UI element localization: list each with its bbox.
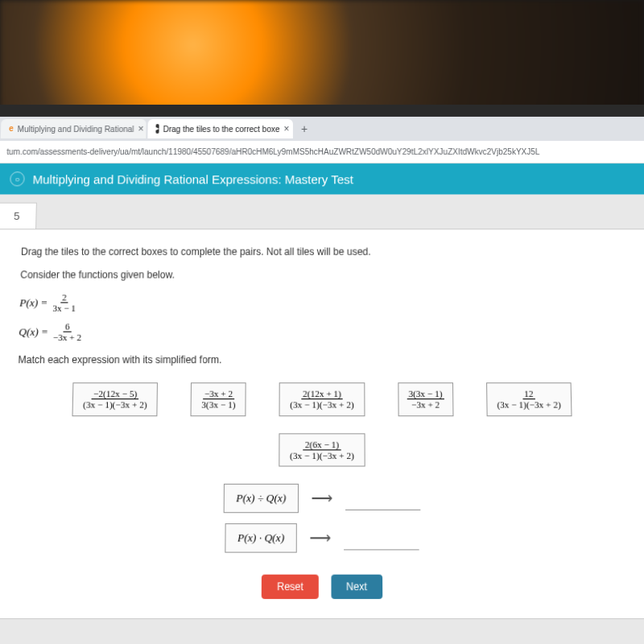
close-icon[interactable]: × (138, 123, 143, 134)
url-text: tum.com/assessments-delivery/ua/mt/launc… (6, 147, 539, 156)
answer-tile[interactable]: −2(12x − 5)(3x − 1)(−3x + 2) (72, 383, 159, 416)
answer-tile[interactable]: 2(6x − 1)(3x − 1)(−3x + 2) (279, 433, 365, 467)
edmentum-icon: e (9, 124, 14, 134)
page-header: ○ Multiplying and Dividing Rational Expr… (0, 163, 644, 194)
q-label: Q(x) = (19, 325, 48, 339)
screen-viewport: e Multiplying and Dividing Rational × ▸ … (0, 105, 644, 644)
q-fraction: 6 −3x + 2 (52, 321, 84, 342)
question-body: Drag the tiles to the correct boxes to c… (0, 229, 644, 619)
answer-tile[interactable]: 3(3x − 1)−3x + 2 (398, 383, 453, 416)
address-bar[interactable]: tum.com/assessments-delivery/ua/mt/launc… (0, 141, 644, 163)
match-area: P(x) ÷ Q(x) ⟶ P(x) · Q(x) ⟶ (13, 484, 631, 553)
arrow-icon: ⟶ (311, 489, 332, 508)
match-row: P(x) ÷ Q(x) ⟶ (224, 484, 421, 513)
drop-zone[interactable] (345, 486, 420, 510)
drop-zone[interactable] (344, 526, 419, 550)
question-number-tab: 5 (0, 203, 37, 229)
answer-tile[interactable]: 12(3x − 1)(−3x + 2) (486, 383, 572, 416)
app-icon: ▸ (155, 124, 159, 134)
nav-circle-icon[interactable]: ○ (10, 171, 25, 186)
function-q: Q(x) = 6 −3x + 2 (19, 321, 625, 342)
function-p: P(x) = 2 3x − 1 (19, 292, 625, 313)
background-blur (0, 0, 644, 113)
expression-box: P(x) · Q(x) (225, 523, 297, 553)
expression-box: P(x) ÷ Q(x) (224, 484, 299, 513)
instruction-text: Drag the tiles to the correct boxes to c… (21, 246, 623, 258)
browser-tab-strip: e Multiplying and Dividing Rational × ▸ … (0, 117, 644, 141)
next-button[interactable]: Next (331, 574, 382, 598)
tab-title: Drag the tiles to the correct boxe (163, 124, 279, 133)
tab-inactive[interactable]: e Multiplying and Dividing Rational × (1, 119, 147, 138)
reset-button[interactable]: Reset (262, 574, 318, 598)
tiles-container: −2(12x − 5)(3x − 1)(−3x + 2) −3x + 23(3x… (32, 383, 613, 467)
close-icon[interactable]: × (283, 123, 289, 134)
p-fraction: 2 3x − 1 (51, 292, 77, 313)
match-row: P(x) · Q(x) ⟶ (225, 523, 419, 553)
content-area: 5 Drag the tiles to the correct boxes to… (0, 194, 644, 644)
action-buttons: Reset Next (11, 574, 632, 598)
answer-tile[interactable]: 2(12x + 1)(3x − 1)(−3x + 2) (279, 383, 365, 416)
new-tab-button[interactable]: + (295, 122, 314, 135)
page-title: Multiplying and Dividing Rational Expres… (32, 172, 353, 186)
arrow-icon: ⟶ (309, 528, 331, 547)
tab-title: Multiplying and Dividing Rational (18, 124, 134, 133)
context-text: Consider the functions given below. (20, 269, 624, 280)
answer-tile[interactable]: −3x + 23(3x − 1) (191, 383, 246, 416)
tab-active[interactable]: ▸ Drag the tiles to the correct boxe × (147, 119, 293, 138)
match-instruction: Match each expression with its simplifie… (18, 354, 625, 366)
p-label: P(x) = (19, 296, 47, 310)
